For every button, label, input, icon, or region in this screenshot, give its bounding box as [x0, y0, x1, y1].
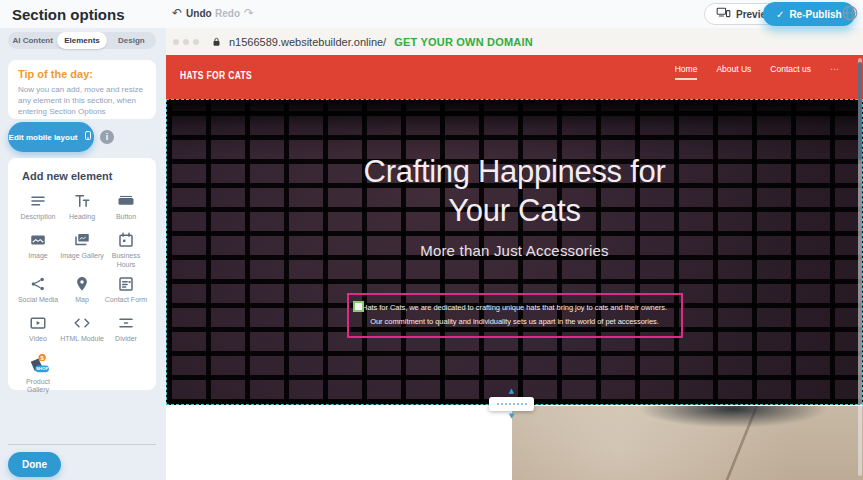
done-label: Done	[22, 459, 47, 470]
button-icon	[117, 192, 135, 210]
devices-icon	[716, 5, 731, 23]
element-label: Button	[104, 213, 148, 222]
divider-icon	[117, 314, 135, 332]
preview-scrollbar-thumb[interactable]	[858, 62, 862, 160]
element-video[interactable]: Video	[16, 314, 60, 348]
browser-dot	[183, 39, 189, 45]
tab-design[interactable]: Design	[107, 32, 156, 49]
edit-mobile-layout-button[interactable]: Edit mobile layout	[8, 122, 94, 152]
next-section-image	[512, 406, 863, 480]
image-gallery-icon	[73, 231, 91, 249]
element-label: Image	[16, 252, 60, 261]
element-business-hours[interactable]: Business Hours	[104, 231, 148, 270]
language-globe-button[interactable]	[841, 4, 859, 22]
tab-design-label: Design	[118, 36, 145, 45]
browser-dot	[173, 39, 179, 45]
resize-arrow-up-icon: ▲	[509, 388, 514, 395]
republish-label: Re-Publish	[789, 9, 841, 20]
nav-about-us[interactable]: About Us	[716, 64, 751, 78]
element-html-module[interactable]: HTML Module	[60, 314, 104, 348]
browser-dots	[173, 39, 199, 45]
tab-ai-content-label: AI Content	[12, 36, 52, 45]
image-icon	[29, 231, 47, 249]
element-label: Business Hours	[104, 252, 148, 270]
tab-elements-label: Elements	[64, 36, 100, 45]
tip-heading: Tip of the day:	[18, 68, 146, 80]
site-header[interactable]: HATS FOR CATS Home About Us Contact us ⋯	[166, 55, 863, 99]
next-section[interactable]	[166, 406, 863, 480]
business-hours-icon	[117, 231, 135, 249]
element-divider[interactable]: Divider	[104, 314, 148, 348]
element-heading[interactable]: Heading	[60, 192, 104, 226]
element-map[interactable]: Map	[60, 275, 104, 309]
info-icon[interactable]: i	[100, 130, 114, 144]
element-grid: Description Heading Button Image Image G…	[16, 192, 148, 395]
tab-ai-content[interactable]: AI Content	[8, 32, 57, 49]
element-description[interactable]: Description	[16, 192, 60, 226]
element-label: Video	[16, 335, 60, 344]
section-height-resize-handle[interactable]: ▲ ▼	[489, 397, 534, 411]
undo-icon: ↶	[172, 6, 182, 20]
element-product-gallery[interactable]: $ SHOP Product Gallery	[16, 353, 60, 396]
element-label: Contact Form	[104, 296, 148, 305]
undo-label: Undo	[186, 8, 212, 19]
contact-form-icon	[117, 275, 135, 293]
site-logo[interactable]: HATS FOR CATS	[180, 70, 252, 81]
page-title: Section options	[12, 6, 125, 23]
element-label: HTML Module	[60, 335, 104, 344]
undo-button[interactable]: ↶ Undo	[172, 6, 212, 20]
tip-body: Now you can add, move and resize any ele…	[18, 84, 146, 118]
done-button[interactable]: Done	[8, 452, 61, 477]
product-gallery-icon: $ SHOP	[25, 353, 51, 375]
redo-icon: ↷	[244, 6, 254, 20]
element-image[interactable]: Image	[16, 231, 60, 270]
top-toolbar: Section options ↶ Undo Redo ↷ Preview ✓ …	[0, 0, 863, 28]
html-module-icon	[73, 314, 91, 332]
element-button[interactable]: Button	[104, 192, 148, 226]
resize-handle-dashes	[497, 403, 527, 405]
redo-button[interactable]: Redo ↷	[215, 6, 254, 20]
add-element-heading: Add new element	[22, 170, 148, 182]
element-social-media[interactable]: Social Media	[16, 275, 60, 309]
get-domain-link[interactable]: GET YOUR OWN DOMAIN	[394, 36, 533, 48]
nav-home[interactable]: Home	[675, 64, 698, 80]
hero-title[interactable]: Crafting Happiness for Your Cats	[342, 152, 687, 230]
resize-arrow-down-icon: ▼	[509, 413, 514, 420]
nav-contact-us[interactable]: Contact us	[770, 64, 811, 78]
map-icon	[73, 275, 91, 293]
social-media-icon	[29, 275, 47, 293]
hero-body-text[interactable]: Hats for Cats, we are dedicated to craft…	[357, 301, 673, 330]
edit-mobile-layout-label: Edit mobile layout	[9, 133, 78, 142]
redo-label: Redo	[215, 8, 240, 19]
element-contact-form[interactable]: Contact Form	[104, 275, 148, 309]
add-element-panel: Add new element Description Heading Butt…	[8, 158, 156, 390]
nav-more-icon[interactable]: ⋯	[830, 64, 839, 78]
sidebar-divider	[8, 444, 156, 445]
lock-icon	[211, 36, 222, 48]
heading-icon	[73, 192, 91, 210]
check-icon: ✓	[776, 9, 784, 20]
element-drag-handle[interactable]	[353, 301, 364, 312]
shop-badge: SHOP	[36, 366, 49, 371]
browser-dot	[193, 39, 199, 45]
description-icon	[29, 192, 47, 210]
phone-icon	[83, 128, 93, 147]
hero-text-element-selected[interactable]: Hats for Cats, we are dedicated to craft…	[347, 293, 683, 338]
element-label: Description	[16, 213, 60, 222]
element-label: Divider	[104, 335, 148, 344]
sidebar-tabbar: AI Content Elements Design	[8, 32, 156, 49]
element-label: Heading	[60, 213, 104, 222]
hero-subtitle[interactable]: More than Just Accessories	[420, 242, 609, 259]
element-label: Map	[60, 296, 104, 305]
element-image-gallery[interactable]: Image Gallery	[60, 231, 104, 270]
element-label: Image Gallery	[60, 252, 104, 261]
site-preview-canvas: n1566589.websitebuilder.online/ GET YOUR…	[166, 28, 863, 480]
tab-elements[interactable]: Elements	[57, 32, 106, 49]
site-url: n1566589.websitebuilder.online/	[229, 36, 386, 48]
hero-section-selected[interactable]: Crafting Happiness for Your Cats More th…	[166, 99, 863, 405]
sidebar: AI Content Elements Design Tip of the da…	[0, 28, 166, 480]
tip-of-the-day-card: Tip of the day: Now you can add, move an…	[8, 60, 156, 119]
element-label: Product Gallery	[16, 378, 60, 396]
video-icon	[29, 314, 47, 332]
site-nav: Home About Us Contact us ⋯	[675, 64, 839, 80]
